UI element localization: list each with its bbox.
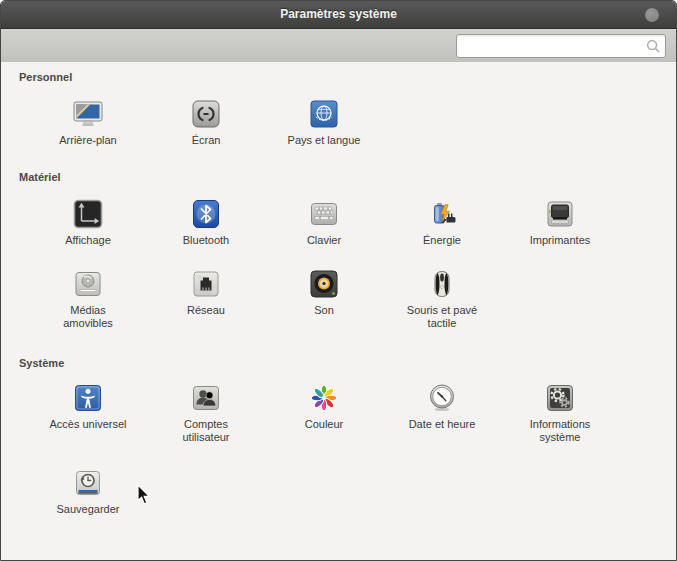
search-box: [456, 34, 666, 58]
launcher-sauvegarder[interactable]: Sauvegarder: [29, 467, 147, 516]
section-header-materiel: Matériel: [19, 171, 61, 183]
launcher-imprimantes[interactable]: Imprimantes: [501, 198, 619, 247]
launcher-label: Accès universel: [49, 418, 126, 431]
search-icon: [645, 38, 661, 54]
launcher-label: Énergie: [423, 234, 461, 247]
row-personnel: Arrière-plan Écran: [29, 98, 383, 147]
launcher-label: Arrière-plan: [59, 134, 116, 147]
launcher-label: Informations système: [530, 418, 591, 444]
launcher-date-et-heure[interactable]: Date et heure: [383, 382, 501, 444]
launcher-label: Réseau: [187, 304, 225, 317]
launcher-comptes-utilisateur[interactable]: Comptes utilisateur: [147, 382, 265, 444]
launcher-pays-et-langue[interactable]: Pays et langue: [265, 98, 383, 147]
launcher-energie[interactable]: Énergie: [383, 198, 501, 247]
launcher-couleur[interactable]: Couleur: [265, 382, 383, 444]
removable-media-icon: [72, 268, 104, 300]
launcher-label: Clavier: [307, 234, 341, 247]
section-header-systeme: Système: [19, 357, 64, 369]
backup-icon: [72, 467, 104, 499]
settings-panel: Personnel Arrière-plan: [1, 62, 676, 560]
system-info-icon: [544, 382, 576, 414]
window-button-icon[interactable]: [645, 8, 659, 22]
keyboard-icon: [308, 198, 340, 230]
sound-icon: [308, 268, 340, 300]
network-icon: [190, 268, 222, 300]
launcher-son[interactable]: Son: [265, 268, 383, 330]
launcher-label: Couleur: [305, 418, 344, 431]
region-language-icon: [308, 98, 340, 130]
power-icon: [426, 198, 458, 230]
launcher-label: Comptes utilisateur: [182, 418, 229, 444]
row-materiel-2: Médias amovibles Réseau: [29, 268, 501, 330]
launcher-arriere-plan[interactable]: Arrière-plan: [29, 98, 147, 147]
toolbar: [1, 29, 676, 63]
bluetooth-icon: [190, 198, 222, 230]
launcher-clavier[interactable]: Clavier: [265, 198, 383, 247]
titlebar[interactable]: Paramètres système: [1, 1, 676, 29]
background-icon: [72, 98, 104, 130]
screen-brightness-icon: [190, 98, 222, 130]
color-icon: [308, 382, 340, 414]
launcher-label: Sauvegarder: [57, 503, 120, 516]
launcher-label: Bluetooth: [183, 234, 229, 247]
launcher-medias-amovibles[interactable]: Médias amovibles: [29, 268, 147, 330]
search-input[interactable]: [463, 36, 639, 56]
window-title: Paramètres système: [1, 7, 676, 21]
printer-icon: [544, 198, 576, 230]
launcher-souris-pave-tactile[interactable]: Souris et pavé tactile: [383, 268, 501, 330]
universal-access-icon: [72, 382, 104, 414]
row-systeme-2: Sauvegarder: [29, 467, 147, 516]
launcher-label: Son: [314, 304, 334, 317]
launcher-label: Affichage: [65, 234, 111, 247]
launcher-reseau[interactable]: Réseau: [147, 268, 265, 330]
launcher-label: Médias amovibles: [63, 304, 113, 330]
row-materiel-1: Affichage Bluetooth: [29, 198, 619, 247]
launcher-label: Écran: [192, 134, 221, 147]
section-header-personnel: Personnel: [19, 71, 72, 83]
launcher-informations-systeme[interactable]: Informations système: [501, 382, 619, 444]
launcher-label: Souris et pavé tactile: [407, 304, 477, 330]
display-icon: [72, 198, 104, 230]
mouse-icon: [426, 268, 458, 300]
system-settings-window: Paramètres système Personnel: [0, 0, 677, 561]
datetime-icon: [426, 382, 458, 414]
user-accounts-icon: [190, 382, 222, 414]
launcher-label: Date et heure: [409, 418, 476, 431]
launcher-ecran[interactable]: Écran: [147, 98, 265, 147]
launcher-bluetooth[interactable]: Bluetooth: [147, 198, 265, 247]
row-systeme-1: Accès universel Comptes utilisateur: [29, 382, 619, 444]
launcher-label: Imprimantes: [530, 234, 591, 247]
launcher-acces-universel[interactable]: Accès universel: [29, 382, 147, 444]
launcher-affichage[interactable]: Affichage: [29, 198, 147, 247]
launcher-label: Pays et langue: [288, 134, 361, 147]
